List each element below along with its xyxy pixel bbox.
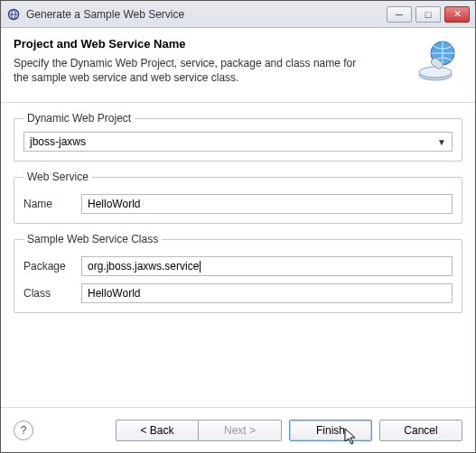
package-label: Package bbox=[23, 260, 74, 273]
project-combo-value: jboss-jaxws bbox=[30, 135, 86, 148]
maximize-button[interactable]: □ bbox=[415, 6, 441, 23]
text-caret bbox=[200, 261, 201, 273]
app-icon bbox=[6, 7, 21, 22]
wizard-footer: ? < Back Next > Finish Cancel bbox=[1, 407, 475, 452]
cancel-button[interactable]: Cancel bbox=[379, 420, 462, 441]
project-legend: Dynamic Web Project bbox=[23, 112, 135, 125]
minimize-button[interactable]: ─ bbox=[387, 6, 412, 23]
ws-name-value: HelloWorld bbox=[88, 198, 140, 210]
chevron-down-icon: ▼ bbox=[437, 137, 446, 147]
next-button: Next > bbox=[199, 420, 282, 441]
close-button[interactable]: ✕ bbox=[444, 6, 470, 23]
class-value: HelloWorld bbox=[88, 287, 140, 300]
wizard-header: Project and Web Service Name Specify the… bbox=[1, 28, 475, 103]
titlebar: Generate a Sample Web Service ─ □ ✕ bbox=[1, 1, 475, 28]
page-title: Project and Web Service Name bbox=[14, 37, 412, 51]
help-icon[interactable]: ? bbox=[14, 421, 33, 440]
finish-button[interactable]: Finish bbox=[289, 420, 372, 441]
window-title: Generate a Sample Web Service bbox=[26, 8, 387, 21]
window-buttons: ─ □ ✕ bbox=[387, 6, 470, 23]
wizard-body: Dynamic Web Project jboss-jaxws ▼ Web Se… bbox=[1, 103, 475, 407]
ws-name-input[interactable]: HelloWorld bbox=[81, 194, 453, 214]
class-label: Class bbox=[23, 287, 74, 300]
package-value: org.jboss.jaxws.service bbox=[88, 260, 199, 273]
package-input[interactable]: org.jboss.jaxws.service bbox=[81, 256, 453, 276]
back-button[interactable]: < Back bbox=[116, 420, 199, 441]
class-input[interactable]: HelloWorld bbox=[81, 283, 453, 303]
svg-point-4 bbox=[419, 67, 452, 78]
ws-name-label: Name bbox=[23, 198, 74, 210]
webservice-group: Web Service Name HelloWorld bbox=[14, 171, 462, 224]
page-subtitle: Specify the Dynamic Web Project, service… bbox=[14, 56, 357, 85]
class-group: Sample Web Service Class Package org.jbo… bbox=[14, 233, 462, 313]
dialog-window: Generate a Sample Web Service ─ □ ✕ Proj… bbox=[0, 0, 476, 453]
wizard-banner-icon bbox=[412, 37, 462, 88]
nav-button-group: < Back Next > bbox=[116, 420, 282, 441]
project-combo[interactable]: jboss-jaxws ▼ bbox=[23, 132, 453, 152]
project-group: Dynamic Web Project jboss-jaxws ▼ bbox=[14, 112, 462, 162]
class-legend: Sample Web Service Class bbox=[23, 233, 162, 245]
webservice-legend: Web Service bbox=[23, 171, 92, 183]
